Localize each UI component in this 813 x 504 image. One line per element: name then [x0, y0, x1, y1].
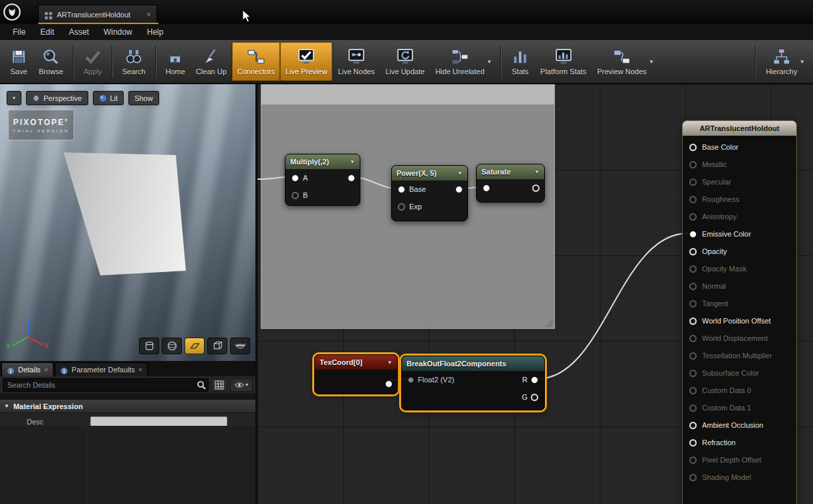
preview-mesh-sphere-button[interactable] — [162, 338, 182, 354]
material-pin-roughness[interactable]: Roughness — [683, 191, 796, 208]
close-icon[interactable]: × — [138, 366, 142, 374]
lit-button[interactable]: Lit — [93, 91, 124, 105]
visibility-filter-button[interactable]: ▾ — [230, 378, 253, 392]
menu-item-file[interactable]: File — [5, 25, 33, 39]
comment-resize-handle[interactable] — [544, 318, 554, 328]
tab-details[interactable]: Details× — [1, 362, 53, 376]
preview-mesh-plane-button[interactable] — [185, 338, 205, 354]
close-icon[interactable]: × — [146, 10, 151, 19]
material-pin-emissive-color[interactable]: Emissive Color — [683, 225, 796, 243]
toolbar-button-save[interactable]: Save — [4, 42, 33, 81]
input-pin-icon[interactable] — [483, 184, 490, 192]
material-pin-subsurface-color[interactable]: Subsurface Color — [683, 364, 796, 382]
preview-mesh-cube-button[interactable] — [207, 338, 227, 354]
node-material-result[interactable]: ARTranslucentHoldout Base ColorMetallicS… — [682, 120, 797, 504]
material-expression-section-header[interactable]: ▼ Material Expression — [0, 400, 255, 413]
input-pin-icon[interactable] — [292, 174, 299, 182]
input-pin-icon[interactable] — [398, 203, 405, 211]
material-pin-metallic[interactable]: Metallic — [683, 156, 796, 173]
toolbar-button-preview-nodes[interactable]: Preview Nodes▾ — [592, 42, 659, 81]
dropdown-caret-icon[interactable]: ▾ — [488, 58, 491, 65]
pin-row-exp[interactable]: Exp — [392, 198, 467, 215]
output-pin-icon[interactable] — [531, 376, 538, 384]
output-pin-icon[interactable] — [531, 394, 538, 401]
collapse-triangle-icon[interactable]: ▼ — [350, 159, 355, 165]
collapse-triangle-icon[interactable]: ▼ — [387, 360, 392, 366]
preview-viewport[interactable]: ▾ Perspective Lit Show PIXOTOPE® TRIAL V… — [0, 84, 257, 361]
toolbar-button-clean-up[interactable]: Clean Up — [191, 42, 232, 81]
node-breakout-float2[interactable]: BreakOutFloat2Components Float2 (V2) R G — [401, 356, 545, 410]
pin-row-a[interactable]: A — [285, 169, 360, 186]
preview-mesh-teapot-button[interactable] — [230, 338, 250, 354]
material-pin-opacity[interactable]: Opacity — [683, 243, 796, 260]
pin-row[interactable] — [477, 179, 544, 197]
material-pin-shading-model[interactable]: Shading Model — [683, 469, 796, 486]
document-tab[interactable]: ARTranslucentHoldout × — [38, 5, 157, 24]
input-pin-icon[interactable] — [292, 192, 299, 199]
tab-parameter-defaults[interactable]: Parameter Defaults× — [55, 362, 148, 376]
view-options-grid-button[interactable] — [211, 378, 227, 392]
pin-row-g[interactable]: G — [402, 388, 544, 406]
search-input[interactable] — [3, 378, 209, 392]
output-pin-icon[interactable] — [385, 380, 392, 388]
collapse-triangle-icon[interactable]: ▼ — [534, 169, 540, 175]
preview-mesh-cylinder-button[interactable] — [139, 338, 159, 354]
toolbar-button-stats[interactable]: Stats — [505, 42, 535, 81]
comment-box-header[interactable] — [261, 85, 554, 105]
toolbar-button-home[interactable]: Home — [160, 42, 191, 81]
material-pin-specular[interactable]: Specular — [683, 173, 796, 191]
material-pin-refraction[interactable]: Refraction — [683, 434, 796, 451]
output-pin-icon[interactable] — [455, 186, 463, 193]
material-pin-normal[interactable]: Normal — [683, 277, 796, 295]
dropdown-caret-icon[interactable]: ▾ — [650, 58, 653, 65]
menu-item-help[interactable]: Help — [140, 25, 171, 39]
material-graph-canvas[interactable]: Multiply(,2) ▼ A B Power(X, 5) ▼ Base Ex… — [257, 84, 813, 504]
material-pin-opacity-mask[interactable]: Opacity Mask — [683, 260, 796, 277]
material-pin-custom-data-0[interactable]: Custom Data 0 — [683, 382, 796, 399]
node-saturate[interactable]: Saturate ▼ — [476, 164, 545, 203]
menu-item-window[interactable]: Window — [96, 25, 140, 39]
output-pin-icon[interactable] — [532, 184, 540, 192]
pin-row-b[interactable]: B — [285, 186, 360, 204]
toolbar-button-connectors[interactable]: Connectors — [232, 42, 280, 81]
pin-row[interactable] — [315, 370, 397, 390]
pin-row-base[interactable]: Base — [392, 180, 467, 198]
material-pin-world-position-offset[interactable]: World Position Offset — [683, 312, 796, 330]
material-pin-base-color[interactable]: Base Color — [683, 138, 796, 156]
toolbar-button-browse[interactable]: Browse — [33, 42, 69, 81]
material-node-header[interactable]: ARTranslucentHoldout — [683, 121, 796, 136]
dropdown-caret-icon[interactable]: ▾ — [800, 58, 804, 65]
material-pin-world-displacement[interactable]: World Displacement — [683, 330, 796, 347]
toolbar-button-platform-stats[interactable]: Platform Stats — [535, 42, 592, 81]
toolbar-button-live-update[interactable]: Live Update — [380, 42, 430, 81]
toolbar-button-hide-unrelated[interactable]: Hide Unrelated▾ — [430, 42, 496, 81]
node-power[interactable]: Power(X, 5) ▼ Base Exp — [391, 165, 468, 221]
toolbar-button-live-nodes[interactable]: Live Nodes — [332, 42, 380, 81]
node-texcoord[interactable]: TexCoord[0] ▼ — [314, 354, 398, 394]
toolbar-button-live-preview[interactable]: Live Preview — [280, 42, 332, 81]
toolbar-button-search[interactable]: Search — [117, 42, 151, 81]
menu-item-edit[interactable]: Edit — [33, 25, 62, 39]
node-saturate-header[interactable]: Saturate ▼ — [477, 164, 544, 179]
node-texcoord-header[interactable]: TexCoord[0] ▼ — [315, 355, 397, 370]
toolbar-button-hierarchy[interactable]: Hierarchy▾ — [760, 42, 809, 81]
menu-item-asset[interactable]: Asset — [62, 25, 96, 39]
show-button[interactable]: Show — [128, 91, 159, 105]
material-pin-tessellation-multiplier[interactable]: Tessellation Multiplier — [683, 347, 796, 364]
pin-row-float2[interactable]: Float2 (V2) R — [402, 371, 544, 388]
output-pin-icon[interactable] — [348, 174, 355, 182]
node-multiply-header[interactable]: Multiply(,2) ▼ — [285, 154, 360, 169]
node-multiply[interactable]: Multiply(,2) ▼ A B — [285, 154, 360, 206]
input-pin-icon[interactable] — [398, 186, 405, 193]
material-pin-ambient-occlusion[interactable]: Ambient Occlusion — [683, 416, 796, 434]
material-pin-anisotropy[interactable]: Anisotropy — [683, 208, 796, 225]
collapse-triangle-icon[interactable]: ▼ — [457, 170, 463, 176]
node-breakout-header[interactable]: BreakOutFloat2Components — [402, 356, 544, 371]
viewport-options-button[interactable]: ▾ — [7, 91, 21, 105]
node-power-header[interactable]: Power(X, 5) ▼ — [392, 166, 467, 180]
perspective-button[interactable]: Perspective — [26, 91, 88, 105]
material-pin-pixel-depth-offset[interactable]: Pixel Depth Offset — [683, 451, 796, 469]
material-pin-tangent[interactable]: Tangent — [683, 295, 796, 312]
material-pin-custom-data-1[interactable]: Custom Data 1 — [683, 399, 796, 416]
input-pin-icon[interactable] — [408, 377, 414, 383]
